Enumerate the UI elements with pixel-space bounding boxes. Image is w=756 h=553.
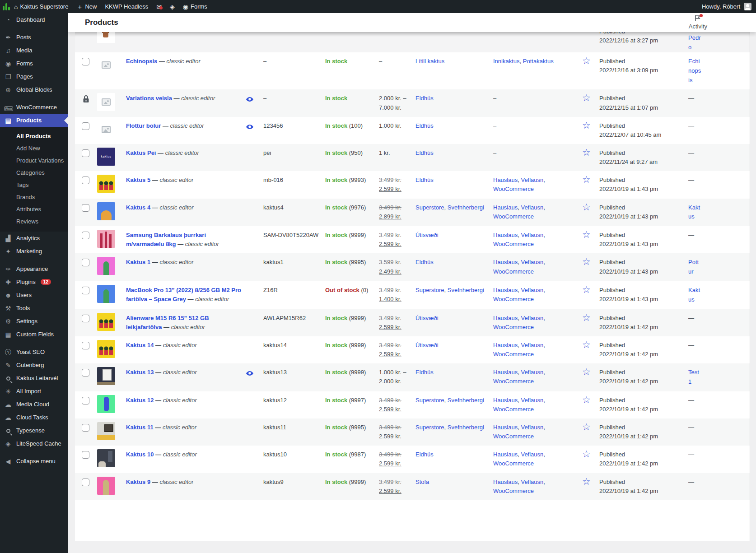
category-link[interactable]: Útisvæði [415,342,439,349]
product-thumbnail[interactable] [97,285,115,303]
tag-link[interactable]: Veflausn [521,424,543,431]
sidebar-item-global-blocks[interactable]: ⊕Global Blocks [0,83,68,96]
category-link[interactable]: Svefnherbergi [448,424,484,431]
product-thumbnail[interactable] [97,230,115,248]
product-thumbnail[interactable] [97,32,115,43]
row-checkbox[interactable] [82,204,89,212]
sidebar-item-typesense[interactable]: Typesense [0,424,68,437]
product-thumbnail[interactable] [97,202,115,220]
product-thumbnail[interactable] [97,93,115,111]
tag-link[interactable]: Veflausn [521,232,543,238]
tag-link[interactable]: WooCommerce [493,351,534,358]
tag-link[interactable]: Veflausn [521,369,543,376]
featured-star-toggle[interactable]: ☆ [577,446,599,463]
row-checkbox[interactable] [82,479,89,486]
sidebar-item-users[interactable]: ☻Users [0,288,68,302]
row-checkbox[interactable] [82,424,89,432]
product-thumbnail[interactable] [97,56,115,74]
category-link[interactable]: Eldhús [415,95,434,102]
row-checkbox[interactable] [82,232,89,239]
tag-link[interactable]: Veflausn [521,287,543,293]
featured-star-toggle[interactable]: ☆ [577,336,599,354]
product-name-link[interactable]: Kaktus 5 [126,177,150,183]
tag-link[interactable]: Hauslaus [493,397,518,404]
row-checkbox[interactable] [82,58,89,65]
tag-link[interactable]: Hauslaus [493,287,518,293]
row-checkbox[interactable] [82,177,89,184]
featured-star-toggle[interactable]: ☆ [577,144,599,162]
tag-link[interactable]: Veflausn [521,177,543,183]
sidebar-item-yoast-seo[interactable]: ⓎYoast SEO [0,345,68,358]
product-thumbnail[interactable] [97,313,115,331]
category-link[interactable]: Svefnherbergi [448,397,484,404]
product-thumbnail[interactable] [97,257,115,275]
tag-link[interactable]: WooCommerce [493,213,534,220]
tag-link[interactable]: WooCommerce [493,186,534,192]
user-avatar[interactable] [744,3,751,10]
product-thumbnail[interactable] [97,340,115,358]
sidebar-item-media[interactable]: ♫Media [0,44,68,57]
tag-link[interactable]: WooCommerce [493,378,534,385]
product-name-link[interactable]: Flottur bolur [126,122,161,129]
adminbar-site-name[interactable]: ⌂ Kaktus Superstore [10,0,72,13]
row-checkbox[interactable] [82,342,89,349]
product-thumbnail[interactable] [97,367,115,385]
linked-product-link[interactable]: Echinopsis [688,57,702,85]
featured-star-toggle[interactable]: ☆ [577,309,599,327]
featured-star-toggle[interactable]: ☆ [577,226,599,244]
category-link[interactable]: Lítill kaktus [415,58,444,65]
category-link[interactable]: Svefnherbergi [448,287,484,293]
tag-link[interactable]: Hauslaus [493,204,518,211]
category-link[interactable]: Superstore [415,204,444,211]
submenu-item-tags[interactable]: Tags [0,179,68,191]
tag-link[interactable]: Hauslaus [493,315,518,321]
sidebar-item-plugins[interactable]: ✚Plugins12 [0,275,68,288]
featured-star-toggle[interactable]: ☆ [577,117,599,135]
sidebar-item-litespeed-cache[interactable]: ◈LiteSpeed Cache [0,437,68,450]
product-thumbnail[interactable]: kaktus [97,148,115,166]
featured-star-toggle[interactable]: ☆ [577,281,599,299]
featured-star-toggle[interactable]: ☆ [577,391,599,409]
product-name-link[interactable]: Kaktus 14 [126,342,154,349]
category-link[interactable]: Eldhús [415,259,434,265]
linked-product-link[interactable]: Kaktus [688,286,702,305]
howdy-account-link[interactable]: Howdy, Róbert [702,3,740,10]
category-link[interactable]: Útisvæði [415,315,439,321]
submenu-item-attributes[interactable]: Attributes [0,203,68,215]
row-checkbox[interactable] [82,315,89,322]
product-name-link[interactable]: Kaktus 1 [126,259,150,265]
linked-product-link[interactable]: Kaktus [688,203,702,222]
adminbar-kkwp-headless[interactable]: KKWP Headless [101,0,152,13]
tag-link[interactable]: Hauslaus [493,259,518,265]
tag-link[interactable]: WooCommerce [493,324,534,330]
tag-link[interactable]: Veflausn [521,315,543,321]
tag-link[interactable]: Hauslaus [493,342,518,349]
row-checkbox[interactable] [82,369,89,376]
category-link[interactable]: Svefnherbergi [448,204,484,211]
tag-link[interactable]: WooCommerce [493,460,534,467]
sidebar-item-cloud-tasks[interactable]: ☁Cloud Tasks [0,411,68,424]
category-link[interactable]: Eldhús [415,149,434,156]
product-name-link[interactable]: Echinopsis [126,58,157,65]
submenu-item-product-variations[interactable]: Product Variations [0,154,68,167]
product-thumbnail[interactable] [97,422,115,440]
tag-link[interactable]: WooCommerce [493,268,534,275]
category-link[interactable]: Superstore [415,424,444,431]
tag-link[interactable]: Veflausn [521,397,543,404]
sidebar-item-analytics[interactable]: ▟Analytics [0,232,68,245]
adminbar-new-button[interactable]: ＋ New [72,0,101,13]
featured-star-toggle[interactable]: ☆ [577,52,599,70]
product-name-link[interactable]: Variations veisla [126,95,172,102]
product-name-link[interactable]: Kaktus 11 [126,424,154,431]
submenu-item-brands[interactable]: Brands [0,191,68,203]
product-name-link[interactable]: Kaktus 4 [126,204,150,211]
product-thumbnail[interactable] [97,449,115,467]
adminbar-forms-button[interactable]: ◉ Forms [179,0,211,13]
submenu-item-all-products[interactable]: All Products [0,130,68,142]
product-name-link[interactable]: Kaktus Pei [126,149,156,156]
tag-link[interactable]: Hauslaus [493,177,518,183]
sidebar-item-collapse-menu[interactable]: ◀Collapse menu [0,455,68,468]
submenu-item-categories[interactable]: Categories [0,167,68,179]
sidebar-item-appearance[interactable]: ✑Appearance [0,262,68,275]
sidebar-item-settings[interactable]: ⚙Settings [0,315,68,328]
